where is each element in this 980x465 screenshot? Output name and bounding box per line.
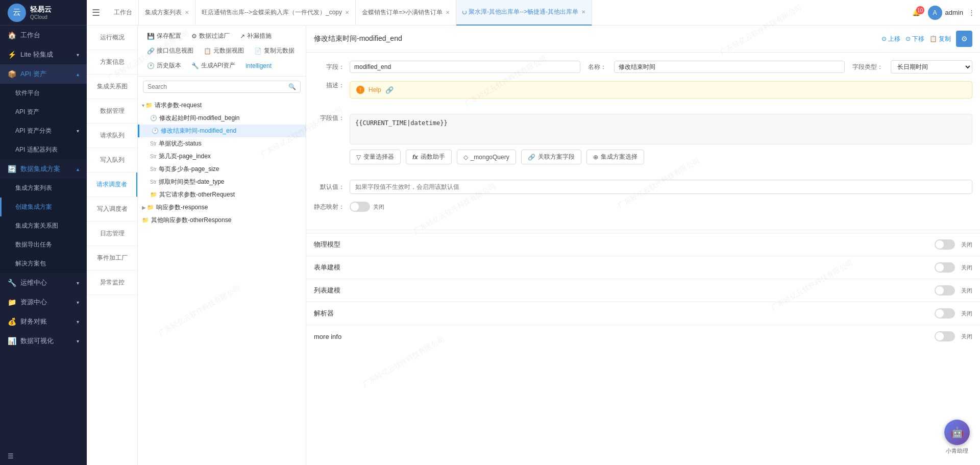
left-nav-write-queue[interactable]: 写入队列: [87, 148, 137, 173]
sidebar-item-finance[interactable]: 💰 财务对账 ▾: [0, 312, 87, 331]
tab-close-solutions[interactable]: ✕: [185, 10, 189, 15]
tree-node-other-request[interactable]: 📁 其它请求参数-otherRequest: [138, 188, 306, 201]
notification-button[interactable]: 🔔 10: [912, 9, 920, 16]
search-icon[interactable]: 🔍: [288, 83, 296, 90]
default-value-input[interactable]: [350, 180, 972, 194]
field-type-select[interactable]: 长日期时间: [891, 60, 972, 74]
left-nav-event-factory[interactable]: 事件加工厂: [87, 246, 137, 271]
sidebar-item-menu[interactable]: ☰: [0, 447, 87, 465]
left-nav-exception-monitor[interactable]: 异常监控: [87, 271, 137, 295]
solution-select-button[interactable]: ⊕ 集成方案选择: [586, 150, 644, 164]
sidebar-item-solution-list[interactable]: 集成方案列表: [0, 179, 87, 198]
tree-node-request[interactable]: ▾ 📁 请求参数-request: [138, 99, 306, 112]
copy-data-button[interactable]: 📄 复制元数据: [250, 44, 299, 57]
type-label: 字段类型：: [852, 63, 883, 71]
static-map-row: 静态映射： 关闭: [314, 202, 972, 212]
physical-model-toggle[interactable]: [935, 239, 955, 250]
content-area: 运行概况 方案信息 集成关系图 数据管理 请求队列 写入队列 请: [87, 26, 980, 465]
tab-close-jushui[interactable]: ✕: [581, 9, 585, 15]
parser-toggle[interactable]: [935, 308, 955, 319]
list-build-toggle[interactable]: [935, 285, 955, 296]
ai-helper-button[interactable]: 🤖: [944, 420, 970, 445]
copy-button[interactable]: 📋 复制: [929, 35, 951, 43]
data-filter-button[interactable]: ⚙ 数据过滤厂: [187, 30, 234, 42]
gen-api-button[interactable]: 🔧 生成API资产: [187, 59, 239, 72]
tree-node-response[interactable]: ▶ 📁 响应参数-response: [138, 201, 306, 214]
tree-node-other-response[interactable]: 📁 其他响应参数-otherResponse: [138, 214, 306, 227]
expand-icon[interactable]: ▾: [142, 103, 144, 108]
field-row: 字段： 名称： 字段类型： 长日期时间: [314, 60, 972, 74]
sidebar-item-dataviz[interactable]: 📊 数据可视化 ▾: [0, 331, 87, 351]
left-nav-data-mgmt[interactable]: 数据管理: [87, 99, 137, 124]
meta-view-button[interactable]: 📋 元数据视图: [200, 44, 248, 57]
intelligent-button[interactable]: intelligent: [241, 60, 276, 71]
user-info[interactable]: A admin: [928, 6, 963, 20]
settings-button[interactable]: ⚙: [956, 31, 972, 47]
meta-icon: 📋: [204, 47, 211, 55]
tree-node-status[interactable]: Str 单据状态-status: [138, 137, 306, 150]
tab-wangdian[interactable]: 旺店通销售出库-->金蝶采购入库（一件代发）_copy ✕: [195, 0, 356, 26]
sidebar-item-software-platform[interactable]: 软件平台: [0, 84, 87, 103]
mongo-query-button[interactable]: ◇ _mongoQuery: [457, 150, 516, 164]
sidebar-item-ops[interactable]: 🔧 运维中心 ▾: [0, 273, 87, 292]
var-icon: ▽: [356, 154, 361, 161]
tab-workspace[interactable]: 工作台: [108, 0, 139, 26]
more-info-controls: 关闭: [935, 331, 972, 341]
tab-jinchan[interactable]: 金蝶销售订单=>小满销售订单 ✕: [356, 0, 456, 26]
more-info-toggle[interactable]: [935, 331, 955, 341]
remedy-button[interactable]: ↗ 补漏措施: [236, 30, 276, 42]
sidebar-item-api-resource[interactable]: API 资产: [0, 103, 87, 121]
static-map-toggle[interactable]: [350, 202, 370, 212]
field-value-row: 字段值： {{CURRENT_TIME|datetime}} ▽ 变量选择器: [314, 114, 972, 172]
up-button[interactable]: ⊙ 上移: [881, 35, 900, 43]
code-area[interactable]: {{CURRENT_TIME|datetime}}: [350, 114, 972, 144]
func-helper-button[interactable]: fx 函数助手: [406, 150, 452, 164]
search-input[interactable]: [148, 83, 288, 90]
sidebar-item-lite[interactable]: ⚡ Lite 轻集成 ▾: [0, 45, 87, 64]
sidebar-item-data-export[interactable]: 数据导出任务: [0, 235, 87, 254]
sidebar-item-solution-pkg[interactable]: 解决方案包: [0, 254, 87, 273]
left-nav-request-dispatcher[interactable]: 请求调度者: [87, 173, 137, 197]
save-config-button[interactable]: 💾 保存配置: [143, 30, 185, 42]
field-input[interactable]: [350, 61, 580, 73]
sidebar-item-resource[interactable]: 📁 资源中心 ▾: [0, 292, 87, 312]
interface-info-button[interactable]: 🔗 接口信息视图: [143, 44, 198, 57]
middle-panel: 💾 保存配置 ⚙ 数据过滤厂 ↗ 补漏措施 🔗 接口信息视图: [138, 26, 306, 465]
tab-jushui[interactable]: 聚水潭-其他出库单-->畅捷通-其他出库单 ✕: [456, 0, 592, 26]
history-button[interactable]: 🕐 历史版本: [143, 59, 185, 72]
expand-icon2[interactable]: ▶: [142, 205, 146, 210]
form-build-toggle[interactable]: [935, 262, 955, 273]
sidebar-item-data-solution[interactable]: 🔄 数据集成方案 ▴: [0, 159, 87, 179]
tree-node-modified-end[interactable]: 🕐 修改结束时间-modified_end: [138, 125, 306, 137]
tab-solutions[interactable]: 集成方案列表 ✕: [139, 0, 195, 26]
left-nav-request-queue[interactable]: 请求队列: [87, 124, 137, 148]
chevron-icon6: ▾: [77, 338, 79, 344]
name-input[interactable]: [614, 61, 845, 73]
form-build-label: 表单建模: [314, 263, 340, 272]
str-type: Str: [150, 141, 157, 146]
left-nav-relation-map[interactable]: 集成关系图: [87, 75, 137, 99]
more-options-icon[interactable]: ⋮: [968, 9, 975, 16]
tab-close-wangdian[interactable]: ✕: [345, 10, 349, 15]
finance-icon: 💰: [8, 317, 16, 326]
rel-field-button[interactable]: 🔗 关联方案字段: [521, 150, 581, 164]
tab-close-jinchan[interactable]: ✕: [446, 10, 450, 15]
sidebar-item-api-classify[interactable]: API 资产分类 ▾: [0, 121, 87, 140]
menu-toggle-icon[interactable]: ☰: [92, 7, 100, 18]
sidebar-item-api-adapter[interactable]: API 适配器列表: [0, 140, 87, 159]
sidebar-item-workspace[interactable]: 🏠 工作台: [0, 26, 87, 45]
tree-node-date-type[interactable]: Str 抓取时间类型-date_type: [138, 176, 306, 188]
down-button[interactable]: ⊙ 下移: [905, 35, 924, 43]
left-nav-write-dispatcher[interactable]: 写入调度者: [87, 197, 137, 222]
left-nav-log-mgmt[interactable]: 日志管理: [87, 222, 137, 246]
tree-node-page-index[interactable]: Str 第几页-page_index: [138, 150, 306, 163]
sidebar-item-api-assets[interactable]: 📦 API 资产 ▴: [0, 64, 87, 84]
tree-node-modified-begin[interactable]: 🕐 修改起始时间-modified_begin: [138, 112, 306, 125]
sidebar-item-solution-map[interactable]: 集成方案关系图: [0, 216, 87, 235]
tree-node-page-size[interactable]: Str 每页多少条-page_size: [138, 163, 306, 176]
left-nav-plan-info[interactable]: 方案信息: [87, 50, 137, 75]
list-build-label: 列表建模: [314, 286, 340, 295]
var-selector-button[interactable]: ▽ 变量选择器: [350, 150, 401, 164]
sidebar-item-create-solution[interactable]: 创建集成方案: [0, 198, 87, 216]
left-nav-overview[interactable]: 运行概况: [87, 26, 137, 50]
